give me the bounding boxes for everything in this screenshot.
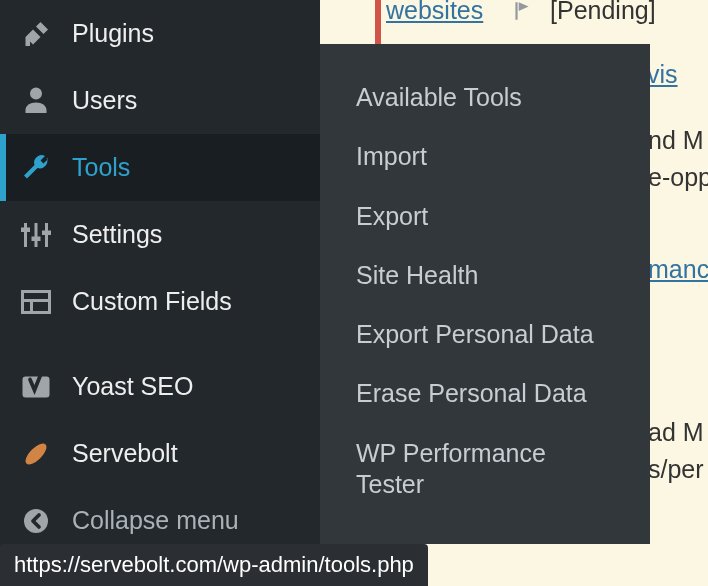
sidebar-item-label: Collapse menu (72, 506, 239, 535)
content-fragment: ad M (648, 418, 704, 447)
sidebar-item-tools[interactable]: Tools (0, 134, 320, 201)
servebolt-icon (18, 436, 54, 472)
collapse-arrow-icon (18, 503, 54, 539)
content-fragment: nd M (648, 126, 704, 155)
submenu-item-site-health[interactable]: Site Health (320, 246, 650, 305)
browser-status-bar: https://servebolt.com/wp-admin/tools.php (0, 544, 428, 586)
sidebar-item-label: Settings (72, 220, 162, 249)
svg-point-11 (24, 509, 48, 533)
sidebar-item-label: Users (72, 86, 137, 115)
svg-point-10 (22, 440, 50, 468)
svg-rect-5 (42, 230, 51, 235)
pending-label: [Pending] (550, 0, 656, 24)
sidebar-separator (0, 335, 320, 353)
content-fragment: s/per (648, 455, 704, 484)
link-mance[interactable]: mance (648, 255, 708, 283)
submenu-item-export[interactable]: Export (320, 187, 650, 246)
content-fragment: e-opp (648, 163, 708, 192)
layout-grid-icon (18, 284, 54, 320)
yoast-icon (18, 369, 54, 405)
content-fragment: websites [Pending] (386, 0, 656, 25)
svg-rect-1 (35, 223, 38, 247)
sidebar-item-settings[interactable]: Settings (0, 201, 320, 268)
sidebar-item-label: Custom Fields (72, 287, 232, 316)
sidebar-item-label: Tools (72, 153, 130, 182)
submenu-item-wp-performance-tester[interactable]: WP Performance Tester (320, 424, 650, 515)
admin-sidebar: Plugins Users Tools Settings (0, 0, 320, 586)
tools-submenu: Available Tools Import Export Site Healt… (320, 44, 650, 544)
content-fragment: mance (648, 255, 708, 284)
plug-icon (18, 16, 54, 52)
sidebar-item-label: Servebolt (72, 439, 178, 468)
link-vis[interactable]: vis (647, 60, 678, 88)
submenu-item-erase-personal-data[interactable]: Erase Personal Data (320, 364, 650, 423)
sidebar-item-servebolt[interactable]: Servebolt (0, 420, 320, 487)
status-bar-url: https://servebolt.com/wp-admin/tools.php (14, 552, 414, 577)
user-icon (18, 83, 54, 119)
sidebar-item-plugins[interactable]: Plugins (0, 0, 320, 67)
wrench-icon (18, 150, 54, 186)
content-fragment: vis (647, 60, 678, 89)
submenu-item-available-tools[interactable]: Available Tools (320, 68, 650, 127)
flag-icon (504, 0, 540, 24)
sidebar-item-label: Yoast SEO (72, 372, 193, 401)
svg-rect-0 (24, 223, 27, 247)
sidebar-item-custom-fields[interactable]: Custom Fields (0, 268, 320, 335)
submenu-item-import[interactable]: Import (320, 127, 650, 186)
sliders-icon (18, 217, 54, 253)
sidebar-item-label: Plugins (72, 19, 154, 48)
websites-link[interactable]: websites (386, 0, 483, 24)
sidebar-item-yoast-seo[interactable]: Yoast SEO (0, 353, 320, 420)
svg-rect-3 (21, 227, 30, 232)
svg-rect-4 (32, 236, 41, 241)
sidebar-item-users[interactable]: Users (0, 67, 320, 134)
submenu-item-export-personal-data[interactable]: Export Personal Data (320, 305, 650, 364)
